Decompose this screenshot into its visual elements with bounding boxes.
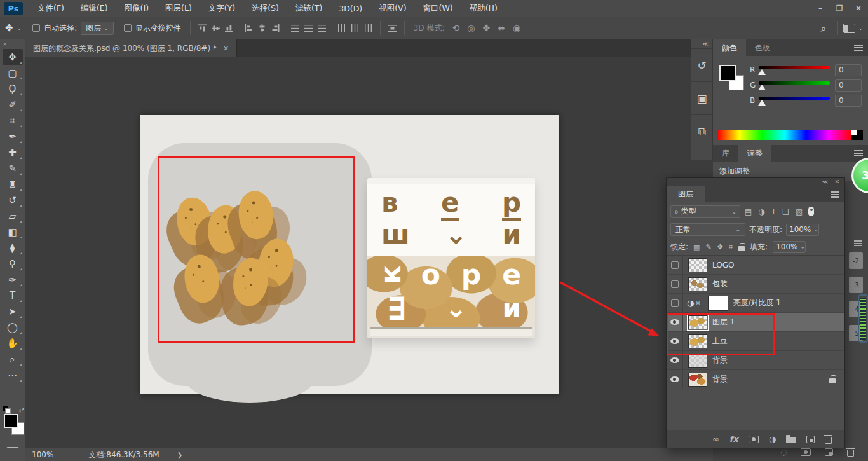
opacity-input[interactable]: 100% ⌄ [786,224,819,236]
path-selection-tool[interactable]: ➤ [3,303,23,319]
notes-panel-icon[interactable]: ⧉ [691,114,712,148]
menu-item[interactable]: 窗口(W) [415,0,461,17]
toolbar-collapse-icon[interactable]: » [0,39,25,49]
tab-libraries[interactable]: 库 [713,145,738,162]
pixel-filter-icon[interactable]: ▤ [745,207,752,216]
ellipse-tool[interactable]: ◯ [3,319,23,335]
tab-layers[interactable]: 图层 [667,186,705,202]
menu-item[interactable]: 选择(S) [243,0,287,17]
search-icon[interactable]: ⌕ [820,22,826,34]
layer-filter-type-dropdown[interactable]: ⌕ 类型 ⌄ [670,205,740,218]
menu-item[interactable]: 视图(V) [370,0,414,17]
align-left-edges-icon[interactable] [245,24,253,32]
default-colors-icon[interactable] [3,406,8,411]
hidden-panel-item[interactable]: -3 [849,277,863,293]
document-canvas[interactable]: верш⌄икореш⌄и [140,115,559,394]
distribute-top-edges-icon[interactable] [291,24,299,32]
gradient-tool[interactable]: ◧ [3,224,23,240]
align-right-edges-icon[interactable] [271,24,280,32]
visibility-eye-icon[interactable] [667,370,683,389]
tab-adjustments[interactable]: 调整 [738,145,771,162]
lock-artboard-icon[interactable]: ⌗ [729,243,733,251]
distribute-vertical-centers-icon[interactable] [304,24,313,32]
hidden-panel-item[interactable]: -2 [849,252,863,269]
status-expand-icon[interactable]: ❯ [177,451,182,458]
menu-item[interactable]: 图像(I) [116,0,157,17]
tool-preset-caret-icon[interactable]: ⌄ [17,25,22,31]
move-tool[interactable]: ✥ [3,49,23,65]
document-tab[interactable]: 图层的概念及关系.psd @ 100% (图层 1, RGB/8#) * ✕ [25,39,237,57]
channel-value-input[interactable]: 0 [835,79,862,92]
visibility-empty-box[interactable] [667,294,683,312]
distribute-spacing-icon[interactable] [386,24,399,32]
align-bottom-edges-icon[interactable] [225,24,233,32]
smart-object-filter-icon[interactable]: ▨ [796,207,803,216]
menu-item[interactable]: 滤镜(T) [287,0,330,17]
layer-name[interactable]: 包装 [712,279,728,289]
shape-filter-icon[interactable]: ❑ [782,207,789,216]
distribute-spacing-icon[interactable] [388,24,397,32]
menu-item[interactable]: 文件(F) [29,0,72,17]
layer-name[interactable]: LOGO [712,261,734,270]
lock-image-pixels-icon[interactable]: ✎ [705,243,711,251]
group-layers-icon[interactable] [786,437,796,443]
panel-menu-icon[interactable] [831,191,839,198]
align-horizontal-centers-icon[interactable] [258,24,266,32]
more-tools[interactable]: ⋯ [3,367,23,383]
foreground-color-swatch[interactable] [719,65,736,81]
layer-name[interactable]: 背景 [712,355,728,366]
delete-layer-icon[interactable] [825,437,832,444]
visibility-empty-box[interactable] [667,275,683,293]
3d-rotate-icon[interactable]: ⟲ [452,23,459,33]
lock-position-icon[interactable]: ✥ [717,243,723,251]
layer-thumbnail[interactable] [708,296,728,311]
eraser-tool[interactable]: ▱ [3,208,23,224]
layers-panel-titlebar[interactable]: ≪ ✕ [667,178,844,186]
channel-value-input[interactable]: 0 [835,64,862,76]
panel-menu-icon[interactable] [854,150,863,156]
canvas-pasteboard[interactable]: верш⌄икореш⌄и [25,57,691,448]
3d-slide-icon[interactable]: ⬌ [498,23,505,33]
close-document-icon[interactable]: ✕ [223,45,229,53]
distribute-horizontal-centers-icon[interactable] [351,24,359,32]
menu-item[interactable]: 帮助(H) [461,0,506,17]
foreground-color-swatch[interactable] [4,414,18,428]
layer-thumbnail[interactable] [688,373,707,387]
link-layers-icon[interactable]: ∞ [712,434,719,444]
distribute-right-edges-icon[interactable] [364,24,372,32]
spot-healing-brush-tool[interactable]: ✚ [3,144,23,160]
panel-menu-icon[interactable] [854,240,862,246]
zoom-tool[interactable]: ⌕ [3,351,23,367]
swap-colors-icon[interactable]: ⇄ [19,406,24,413]
hand-tool[interactable]: ✋ [3,335,23,351]
delete-layer-icon[interactable] [847,450,854,457]
properties-panel-icon[interactable]: ▣ [691,81,712,114]
layer-name[interactable]: 背景 [712,374,728,385]
align-vertical-centers-icon[interactable] [212,24,220,32]
auto-select-checkbox[interactable] [32,24,40,32]
close-panel-icon[interactable]: ✕ [834,179,839,185]
layer-thumbnail[interactable] [688,277,707,291]
bw-spectrum-end[interactable] [851,130,863,140]
layer-row[interactable]: ◑∞亮度/对比度 1 [667,294,844,313]
collapse-panel-icon[interactable]: ≪ [822,179,828,185]
menu-item[interactable]: 3D(D) [330,0,370,17]
history-brush-tool[interactable]: ↺ [3,192,23,208]
brush-tool[interactable]: ✎ [3,160,23,176]
3d-camera-icon[interactable]: ◉ [513,23,520,33]
new-layer-icon[interactable] [825,448,833,456]
dodge-tool[interactable]: ⚲ [3,256,23,272]
layer-row[interactable]: 包装 [667,275,844,294]
adjustment-layer-icon[interactable]: ◑ [769,434,776,444]
layer-name[interactable]: 亮度/对比度 1 [733,298,782,308]
pen-tool[interactable]: ✑ [3,272,23,287]
layer-row[interactable]: LOGO [667,256,844,275]
filter-toggle-icon[interactable] [808,207,814,216]
layer-mask-icon[interactable] [801,448,811,456]
menu-item[interactable]: 文字(Y) [200,0,243,17]
layer-thumbnail[interactable] [688,258,707,272]
fill-input[interactable]: 100% ⌄ [773,241,806,253]
channel-slider[interactable] [759,95,830,106]
adjustment-filter-icon[interactable]: ◑ [758,207,764,216]
channel-slider[interactable] [759,79,830,91]
